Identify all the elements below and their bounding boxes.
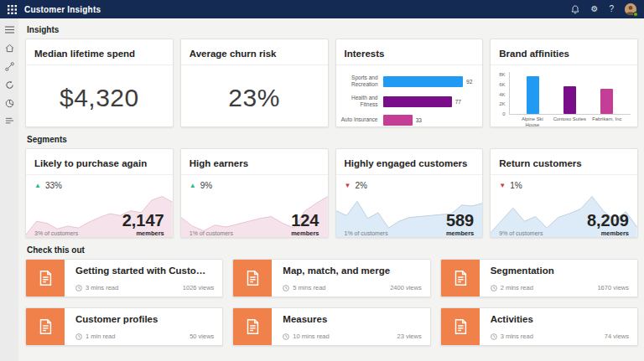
bar-value: 33 — [416, 117, 422, 123]
bar-value: 92 — [466, 79, 472, 85]
sync-icon[interactable] — [4, 80, 14, 90]
segment-title: Likely to purchase again — [34, 158, 147, 168]
article-icon-tile — [441, 260, 480, 297]
article-icon-tile — [26, 260, 65, 297]
trend-value: 9% — [200, 181, 212, 190]
article-title: Getting started with Customer Insights — [75, 266, 214, 276]
kpi-title: Average churn risk — [190, 49, 277, 59]
bar — [383, 96, 452, 107]
article-icon-tile — [26, 308, 65, 345]
article-title: Activities — [491, 314, 629, 324]
document-icon — [451, 317, 470, 336]
x-tick: Contoso Suites — [553, 116, 586, 127]
segment-card-return-customers[interactable]: Return customers ▼1% 9% of customers 8,2… — [490, 148, 638, 238]
article-views: 2400 views — [390, 284, 422, 291]
article-title: Measures — [283, 314, 421, 324]
x-tick: Fabrikam, Inc — [590, 116, 624, 127]
clock-icon — [491, 333, 497, 340]
brand-affinities-chart-card[interactable]: Brand affinities 8K 6K 4K 2K 0 — [490, 39, 638, 127]
bar — [564, 86, 576, 114]
trend-up-icon: ▲ — [34, 183, 41, 189]
bar-label: Sports and Recreation — [341, 75, 378, 89]
y-tick: 0 — [502, 111, 505, 116]
bar-label: Auto Insurance — [341, 116, 378, 123]
article-card[interactable]: Customer profiles1 min read50 views — [25, 307, 223, 346]
document-icon — [36, 269, 55, 287]
kpi-card-average-churn-risk[interactable]: Average churn risk 23% — [180, 39, 329, 127]
article-icon-tile — [233, 260, 272, 297]
app-title: Customer Insights — [24, 5, 101, 14]
menu-icon[interactable] — [4, 24, 14, 34]
article-card[interactable]: Segmentation2 mins read1670 views — [440, 259, 638, 297]
x-tick: Alpine Ski House — [516, 116, 549, 127]
check-this-out-card-grid: Getting started with Customer Insights3 … — [25, 259, 638, 346]
trend-down-icon: ▼ — [499, 183, 506, 189]
y-tick: 8K — [499, 72, 505, 77]
customer-insights-app: Customer Insights ⚙ ? — [0, 0, 644, 361]
article-card[interactable]: Map, match, and merge5 mins read2400 vie… — [232, 259, 430, 297]
segments-section-label: Segments — [27, 135, 638, 144]
kpi-card-median-lifetime-spend[interactable]: Median lifetime spend $4,320 — [25, 39, 174, 127]
bar — [383, 115, 413, 126]
segment-title: Highly engaged customers — [345, 158, 468, 168]
article-read-time: 1 min read — [86, 333, 115, 340]
settings-gear-icon[interactable]: ⚙ — [590, 5, 598, 13]
article-title: Segmentation — [491, 266, 629, 276]
check-this-out-section-label: Check this out — [27, 245, 638, 255]
y-tick: 2K — [499, 101, 505, 106]
brand-affinities-bar-chart: 8K 6K 4K 2K 0 — [491, 65, 637, 127]
member-count: 124 — [291, 212, 319, 229]
member-count: 2,147 — [122, 212, 164, 229]
article-title: Customer profiles — [75, 314, 214, 324]
article-card[interactable]: Activities3 mins read74 views — [440, 307, 638, 346]
avatar[interactable] — [625, 3, 636, 15]
home-icon[interactable] — [4, 43, 14, 53]
segment-card-high-earners[interactable]: High earners ▲9% 1% of customers 124memb… — [180, 148, 329, 238]
share-icon[interactable] — [4, 61, 14, 71]
trend-value: 2% — [355, 181, 366, 190]
article-icon-tile — [441, 308, 480, 345]
y-tick: 4K — [499, 92, 505, 97]
interests-chart-card[interactable]: Interests Sports and Recreation 92 Healt… — [335, 39, 484, 127]
waffle-menu-icon[interactable] — [8, 5, 17, 14]
chart-title: Interests — [345, 49, 385, 59]
chart-title: Brand affinities — [499, 49, 569, 59]
help-icon[interactable]: ? — [609, 5, 614, 13]
x-axis-labels: Alpine Ski House Contoso Suites Fabrikam… — [509, 115, 631, 127]
article-views: 74 views — [605, 333, 629, 340]
clock-icon — [283, 333, 289, 340]
y-axis: 8K 6K 4K 2K 0 — [497, 72, 508, 127]
bar-row: Health and Fitness 77 — [341, 95, 473, 109]
member-unit: members — [587, 229, 629, 237]
main-content: Insights Median lifetime spend $4,320 Av… — [18, 18, 644, 361]
article-card[interactable]: Getting started with Customer Insights3 … — [25, 259, 223, 297]
pie-chart-icon[interactable] — [4, 98, 14, 108]
article-views: 23 views — [397, 333, 421, 340]
segment-card-likely-to-purchase-again[interactable]: Likely to purchase again ▲33% 3% of cust… — [25, 148, 174, 238]
article-read-time: 3 mins read — [86, 284, 118, 291]
trend-up-icon: ▲ — [190, 183, 196, 189]
article-views: 50 views — [190, 333, 214, 340]
bar — [600, 89, 613, 114]
document-icon — [451, 269, 470, 287]
plot-area — [509, 72, 631, 115]
article-read-time: 3 mins read — [501, 333, 533, 340]
member-count: 8,209 — [587, 212, 629, 229]
clock-icon — [75, 333, 82, 340]
insights-card-row: Median lifetime spend $4,320 Average chu… — [25, 39, 638, 127]
article-card[interactable]: Measures10 mins read23 views — [232, 307, 430, 346]
member-unit: members — [446, 229, 474, 237]
article-views: 1670 views — [597, 284, 629, 291]
segment-card-highly-engaged-customers[interactable]: Highly engaged customers ▼2% 1% of custo… — [335, 148, 484, 238]
kpi-value: 23% — [181, 65, 328, 127]
trend-value: 33% — [45, 181, 62, 190]
list-icon[interactable] — [4, 116, 14, 126]
topbar: Customer Insights ⚙ ? — [0, 0, 644, 18]
member-unit: members — [122, 229, 164, 237]
bar — [383, 76, 464, 87]
left-nav-sidebar — [0, 18, 18, 361]
segments-card-row: Likely to purchase again ▲33% 3% of cust… — [25, 148, 638, 238]
trend-value: 1% — [510, 181, 522, 190]
interests-bar-chart: Sports and Recreation 92 Health and Fitn… — [336, 65, 483, 126]
notifications-bell-icon[interactable] — [571, 5, 579, 14]
